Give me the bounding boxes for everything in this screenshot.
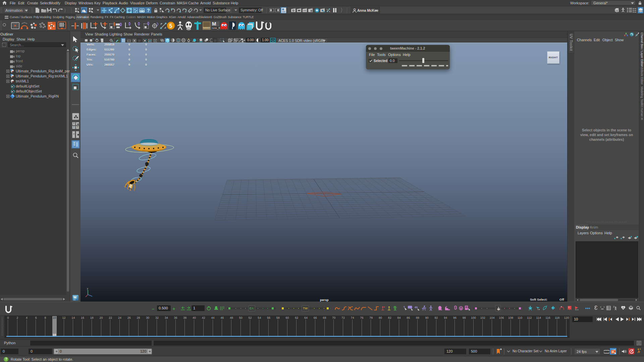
svg-text:aces: aces — [272, 40, 274, 42]
svg-text:T: T — [155, 40, 156, 42]
svg-text:5: 5 — [169, 23, 172, 29]
svg-text:IPR: IPR — [303, 10, 306, 12]
svg-text:y: y — [87, 287, 88, 290]
